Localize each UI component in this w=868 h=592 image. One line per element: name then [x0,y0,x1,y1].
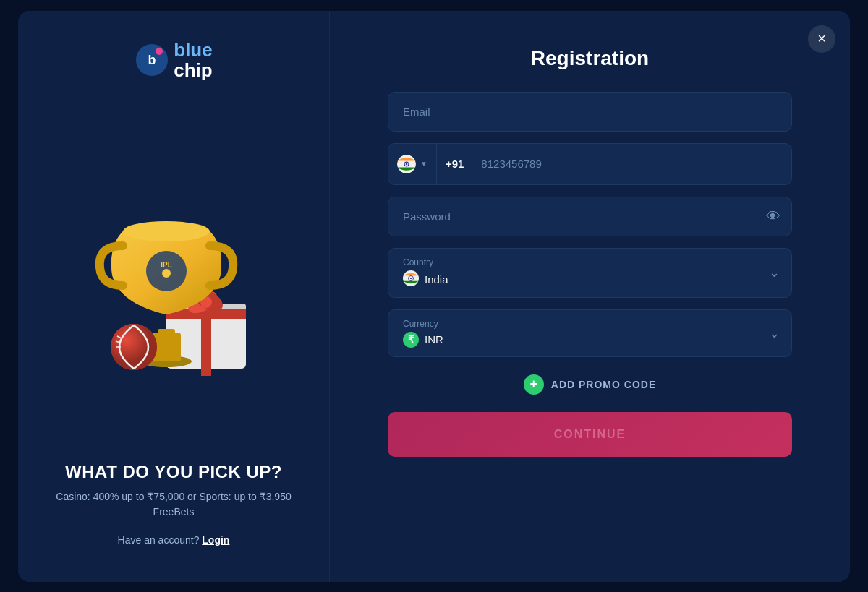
logo-text: bluechip [174,40,212,81]
phone-flag-chevron-icon: ▼ [420,160,427,168]
email-group [388,92,792,132]
svg-point-16 [162,269,171,278]
svg-point-13 [123,221,210,241]
email-input[interactable] [388,92,792,132]
logo: b bluechip [135,40,212,81]
currency-select[interactable]: Currency ₹ INR ⌄ [388,309,792,357]
country-value: India [403,270,777,288]
login-hint: Have an account? Login [118,534,230,546]
currency-chevron-icon: ⌄ [769,325,780,341]
backdrop: × b bluechip [0,0,868,592]
password-toggle-icon[interactable]: 👁 [766,208,780,225]
password-group: 👁 [388,197,792,236]
svg-point-28 [410,278,412,279]
svg-point-25 [406,163,407,165]
logo-icon: b [135,43,169,77]
country-flag-icon [403,270,419,288]
country-select[interactable]: Country India ⌄ [388,248,792,298]
close-button[interactable]: × [808,25,835,53]
svg-text:b: b [148,53,156,67]
country-label: Country [403,257,777,267]
continue-button[interactable]: CONTINUE [388,412,792,457]
promo-code-label: ADD PROMO CODE [551,379,656,390]
add-promo-code-button[interactable]: + ADD PROMO CODE [388,374,792,395]
logo-area: b bluechip [135,40,212,81]
password-input[interactable] [388,197,792,236]
login-link[interactable]: Login [202,534,229,546]
country-chevron-icon: ⌄ [769,265,780,280]
svg-text:IPL: IPL [161,261,172,269]
close-icon: × [817,30,826,47]
phone-flag-button[interactable]: ▼ [388,144,437,184]
svg-point-2 [156,48,163,55]
left-panel: b bluechip [18,11,329,582]
currency-label: Currency [403,319,777,329]
promo-headline: WHAT DO YOU PICK UP? [47,462,300,482]
currency-group: Currency ₹ INR ⌄ [388,309,792,357]
phone-group: ▼ +91 [388,143,792,185]
modal: × b bluechip [18,11,850,582]
right-panel: Registration [329,11,850,582]
currency-icon: ₹ [403,332,419,348]
country-group: Country India ⌄ [388,248,792,298]
promo-plus-icon: + [524,374,544,395]
registration-title: Registration [388,47,792,70]
india-flag-icon [397,155,416,173]
svg-rect-12 [158,329,175,338]
phone-country-code: +91 [437,158,472,170]
phone-input[interactable] [472,145,791,183]
currency-value: ₹ INR [403,332,777,348]
promo-subtext: Casino: 400% up to ₹75,000 or Sports: up… [47,489,300,520]
phone-row: ▼ +91 [388,143,792,185]
trophy-illustration: IPL [80,95,268,462]
promo-text: WHAT DO YOU PICK UP? Casino: 400% up to … [47,462,300,520]
